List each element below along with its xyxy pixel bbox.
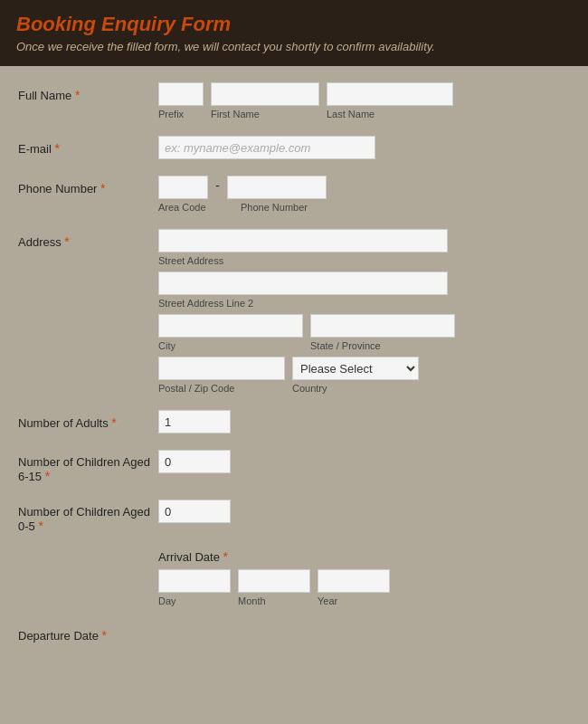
lastname-input[interactable] <box>327 82 453 106</box>
lastname-field: Last Name <box>327 82 453 119</box>
adults-label: Number of Adults * <box>18 410 158 430</box>
page-title: Booking Enquiry Form <box>16 13 572 36</box>
country-label: Country <box>292 383 419 394</box>
children-0-5-required-star: * <box>38 519 43 533</box>
street2-field: Street Address Line 2 <box>158 272 570 309</box>
address-row: Address * Street Address Street Address … <box>18 229 570 394</box>
city-input[interactable] <box>158 314 303 338</box>
zip-field: Postal / Zip Code <box>158 357 285 394</box>
required-star: * <box>75 88 80 102</box>
prefix-field: Prefix <box>158 82 204 119</box>
arrival-date-label: Arrival Date * <box>158 549 570 564</box>
arrival-month-input[interactable] <box>238 569 310 593</box>
lastname-label: Last Name <box>327 109 453 119</box>
areacode-sublabel: Area Code <box>158 202 208 213</box>
phonenumber-sublabel: Phone Number <box>241 202 308 213</box>
street-label: Street Address <box>158 255 570 266</box>
full-name-label: Full Name * <box>18 82 158 102</box>
full-name-row: Full Name * Prefix First Name Last Name <box>18 82 570 119</box>
arrival-year-field: Year <box>318 569 390 606</box>
children-6-15-required-star: * <box>45 469 50 483</box>
email-row: E-mail * <box>18 136 570 159</box>
email-required-star: * <box>54 141 59 156</box>
form-container: Full Name * Prefix First Name Last Name <box>0 66 588 677</box>
month-label: Month <box>238 595 310 606</box>
departure-row: Departure Date * <box>18 623 570 643</box>
country-select[interactable]: Please Select <box>292 357 419 380</box>
phone-field-content: - Area Code Phone Number <box>158 176 570 213</box>
adults-row: Number of Adults * <box>18 410 570 433</box>
firstname-input[interactable] <box>211 82 319 106</box>
address-label: Address * <box>18 229 158 249</box>
state-field: State / Province <box>310 314 455 351</box>
children-6-15-label: Number of Children Aged 6-15 * <box>18 450 158 483</box>
email-field-content <box>158 136 570 159</box>
street-field: Street Address <box>158 229 570 266</box>
firstname-label: First Name <box>211 109 319 119</box>
address-fields: Street Address Street Address Line 2 Cit… <box>158 229 570 394</box>
zip-input[interactable] <box>158 357 285 380</box>
day-label: Day <box>158 595 231 606</box>
page-header: Booking Enquiry Form Once we receive the… <box>0 0 588 66</box>
children-6-15-row: Number of Children Aged 6-15 * <box>18 450 570 483</box>
firstname-field: First Name <box>211 82 319 119</box>
email-label: E-mail * <box>18 136 158 156</box>
arrival-row: Arrival Date * Day Month Year <box>18 549 570 606</box>
phone-input[interactable] <box>227 176 327 199</box>
address-required-star: * <box>64 234 69 249</box>
street-input[interactable] <box>158 229 448 252</box>
country-field: Please Select Country <box>292 357 419 394</box>
children-0-5-row: Number of Children Aged 0-5 * <box>18 500 570 533</box>
city-field: City <box>158 314 303 351</box>
street2-input[interactable] <box>158 272 448 295</box>
full-name-fields: Prefix First Name Last Name <box>158 82 570 119</box>
arrival-year-input[interactable] <box>318 569 390 593</box>
prefix-input[interactable] <box>158 82 204 106</box>
street2-label: Street Address Line 2 <box>158 298 570 309</box>
children-6-15-field-content <box>158 450 570 473</box>
phone-label: Phone Number * <box>18 176 158 195</box>
zip-label: Postal / Zip Code <box>158 383 285 394</box>
state-input[interactable] <box>310 314 455 338</box>
prefix-label: Prefix <box>158 109 204 119</box>
children-0-5-field-content <box>158 500 570 523</box>
departure-label: Departure Date * <box>18 623 158 643</box>
children-6-15-input[interactable] <box>158 450 231 473</box>
arrival-day-field: Day <box>158 569 231 606</box>
phone-dash: - <box>215 177 220 198</box>
adults-field-content <box>158 410 570 433</box>
arrival-required-star: * <box>223 549 228 564</box>
areacode-field <box>158 176 208 199</box>
state-label: State / Province <box>310 340 455 351</box>
page-subtitle: Once we receive the filled form, we will… <box>16 40 572 53</box>
phonenumber-field <box>227 176 327 199</box>
areacode-input[interactable] <box>158 176 208 199</box>
adults-input[interactable] <box>158 410 231 433</box>
phone-row: Phone Number * - Area Code Phone Number <box>18 176 570 213</box>
arrival-label-spacer <box>18 549 158 555</box>
arrival-field-content: Arrival Date * Day Month Year <box>158 549 570 606</box>
children-0-5-label: Number of Children Aged 0-5 * <box>18 500 158 533</box>
year-label: Year <box>318 595 390 606</box>
children-0-5-input[interactable] <box>158 500 231 523</box>
email-input[interactable] <box>158 136 375 159</box>
phone-required-star: * <box>100 181 105 195</box>
city-label: City <box>158 340 303 351</box>
arrival-day-input[interactable] <box>158 569 231 593</box>
adults-required-star: * <box>111 415 116 430</box>
departure-required-star: * <box>102 628 107 643</box>
arrival-month-field: Month <box>238 569 310 606</box>
